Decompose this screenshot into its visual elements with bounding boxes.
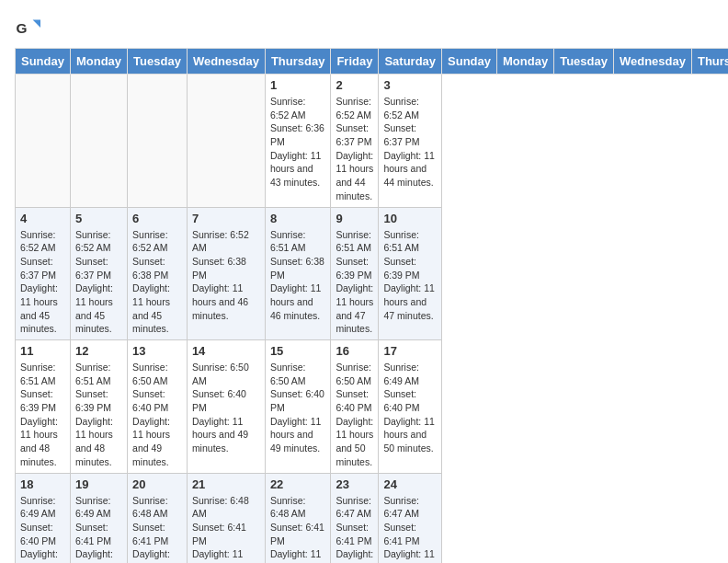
day-number: 17 [383,344,437,358]
day-number: 3 [383,78,437,92]
weekday-header-thursday: Thursday [691,49,728,75]
day-number: 15 [270,344,326,358]
day-number: 11 [20,344,65,358]
day-info: Sunrise: 6:48 AMSunset: 6:41 PMDaylight:… [270,494,326,564]
day-number: 4 [20,212,65,225]
calendar-table: SundayMondayTuesdayWednesdayThursdayFrid… [15,48,728,563]
day-number: 19 [75,477,122,491]
day-info: Sunrise: 6:51 AMSunset: 6:39 PMDaylight:… [20,361,65,469]
day-info: Sunrise: 6:50 AMSunset: 6:40 PMDaylight:… [336,361,373,469]
calendar-cell: 14Sunrise: 6:50 AMSunset: 6:40 PMDayligh… [187,340,265,474]
day-number: 7 [192,212,260,225]
calendar-cell: 20Sunrise: 6:48 AMSunset: 6:41 PMDayligh… [128,473,188,563]
day-info: Sunrise: 6:51 AMSunset: 6:38 PMDaylight:… [270,228,326,323]
day-number: 18 [20,477,65,491]
calendar-cell: 1Sunrise: 6:52 AMSunset: 6:36 PMDaylight… [265,75,331,208]
day-number: 6 [132,212,182,225]
day-number: 22 [270,477,326,491]
day-info: Sunrise: 6:50 AMSunset: 6:40 PMDaylight:… [132,361,182,469]
header-row: SundayMondayTuesdayWednesdayThursdayFrid… [16,49,729,75]
weekday-header: Monday [70,49,127,75]
weekday-header: Wednesday [187,49,265,75]
day-number: 16 [336,344,373,358]
day-number: 23 [336,477,373,491]
calendar-cell: 16Sunrise: 6:50 AMSunset: 6:40 PMDayligh… [331,340,379,474]
day-number: 1 [270,78,326,92]
calendar-week: 11Sunrise: 6:51 AMSunset: 6:39 PMDayligh… [16,340,729,474]
weekday-header: Saturday [379,49,442,75]
calendar-cell: 4Sunrise: 6:52 AMSunset: 6:37 PMDaylight… [16,207,71,340]
weekday-header-wednesday: Wednesday [613,49,691,75]
day-number: 12 [75,344,122,358]
day-info: Sunrise: 6:49 AMSunset: 6:41 PMDaylight:… [75,494,122,564]
day-number: 8 [270,212,326,225]
day-number: 5 [75,212,122,225]
weekday-header-sunday: Sunday [442,49,497,75]
calendar-cell: 5Sunrise: 6:52 AMSunset: 6:37 PMDaylight… [70,207,127,340]
day-info: Sunrise: 6:52 AMSunset: 6:36 PMDaylight:… [270,95,326,190]
header: G [15,15,713,40]
day-number: 21 [192,477,260,491]
svg-text:G: G [16,20,27,36]
calendar-cell: 21Sunrise: 6:48 AMSunset: 6:41 PMDayligh… [187,473,265,563]
calendar-cell [70,75,127,208]
day-info: Sunrise: 6:52 AMSunset: 6:38 PMDaylight:… [132,228,182,337]
day-number: 24 [383,477,437,491]
weekday-header-monday: Monday [497,49,554,75]
day-info: Sunrise: 6:48 AMSunset: 6:41 PMDaylight:… [132,494,182,564]
calendar-cell: 18Sunrise: 6:49 AMSunset: 6:40 PMDayligh… [16,473,71,563]
day-info: Sunrise: 6:51 AMSunset: 6:39 PMDaylight:… [383,228,437,323]
calendar-cell: 9Sunrise: 6:51 AMSunset: 6:39 PMDaylight… [331,207,379,340]
day-info: Sunrise: 6:47 AMSunset: 6:41 PMDaylight:… [383,494,437,564]
day-info: Sunrise: 6:50 AMSunset: 6:40 PMDaylight:… [270,361,326,455]
day-number: 10 [383,212,437,225]
calendar-week: 1Sunrise: 6:52 AMSunset: 6:36 PMDaylight… [16,75,729,208]
day-info: Sunrise: 6:52 AMSunset: 6:37 PMDaylight:… [383,95,437,190]
day-info: Sunrise: 6:52 AMSunset: 6:37 PMDaylight:… [336,95,373,203]
day-info: Sunrise: 6:51 AMSunset: 6:39 PMDaylight:… [336,228,373,337]
svg-marker-1 [33,20,40,28]
weekday-header: Sunday [16,49,71,75]
day-number: 13 [132,344,182,358]
calendar-cell: 15Sunrise: 6:50 AMSunset: 6:40 PMDayligh… [265,340,331,474]
calendar-cell: 17Sunrise: 6:49 AMSunset: 6:40 PMDayligh… [379,340,442,474]
calendar-cell: 3Sunrise: 6:52 AMSunset: 6:37 PMDaylight… [379,75,442,208]
calendar-cell [128,75,188,208]
day-number: 2 [336,78,373,92]
calendar-cell: 11Sunrise: 6:51 AMSunset: 6:39 PMDayligh… [16,340,71,474]
day-number: 20 [132,477,182,491]
logo-icon: G [15,15,40,40]
weekday-header: Thursday [265,49,331,75]
calendar-cell [187,75,265,208]
weekday-header: Friday [331,49,379,75]
day-info: Sunrise: 6:52 AMSunset: 6:38 PMDaylight:… [192,228,260,323]
weekday-header: Tuesday [128,49,188,75]
calendar-week: 4Sunrise: 6:52 AMSunset: 6:37 PMDaylight… [16,207,729,340]
calendar-cell: 7Sunrise: 6:52 AMSunset: 6:38 PMDaylight… [187,207,265,340]
calendar-cell: 22Sunrise: 6:48 AMSunset: 6:41 PMDayligh… [265,473,331,563]
calendar-cell: 12Sunrise: 6:51 AMSunset: 6:39 PMDayligh… [70,340,127,474]
calendar-cell: 6Sunrise: 6:52 AMSunset: 6:38 PMDaylight… [128,207,188,340]
logo: G [15,15,44,40]
day-info: Sunrise: 6:52 AMSunset: 6:37 PMDaylight:… [75,228,122,337]
calendar-cell: 8Sunrise: 6:51 AMSunset: 6:38 PMDaylight… [265,207,331,340]
day-info: Sunrise: 6:48 AMSunset: 6:41 PMDaylight:… [192,494,260,564]
day-info: Sunrise: 6:49 AMSunset: 6:40 PMDaylight:… [20,494,65,564]
calendar-cell: 23Sunrise: 6:47 AMSunset: 6:41 PMDayligh… [331,473,379,563]
calendar-cell: 19Sunrise: 6:49 AMSunset: 6:41 PMDayligh… [70,473,127,563]
day-number: 14 [192,344,260,358]
day-info: Sunrise: 6:47 AMSunset: 6:41 PMDaylight:… [336,494,373,564]
day-info: Sunrise: 6:51 AMSunset: 6:39 PMDaylight:… [75,361,122,469]
day-number: 9 [336,212,373,225]
calendar-cell [16,75,71,208]
calendar-cell: 13Sunrise: 6:50 AMSunset: 6:40 PMDayligh… [128,340,188,474]
calendar-cell: 2Sunrise: 6:52 AMSunset: 6:37 PMDaylight… [331,75,379,208]
calendar-cell: 10Sunrise: 6:51 AMSunset: 6:39 PMDayligh… [379,207,442,340]
weekday-header-tuesday: Tuesday [554,49,614,75]
day-info: Sunrise: 6:52 AMSunset: 6:37 PMDaylight:… [20,228,65,337]
day-info: Sunrise: 6:50 AMSunset: 6:40 PMDaylight:… [192,361,260,455]
calendar-cell: 24Sunrise: 6:47 AMSunset: 6:41 PMDayligh… [379,473,442,563]
calendar-week: 18Sunrise: 6:49 AMSunset: 6:40 PMDayligh… [16,473,729,563]
day-info: Sunrise: 6:49 AMSunset: 6:40 PMDaylight:… [383,361,437,455]
